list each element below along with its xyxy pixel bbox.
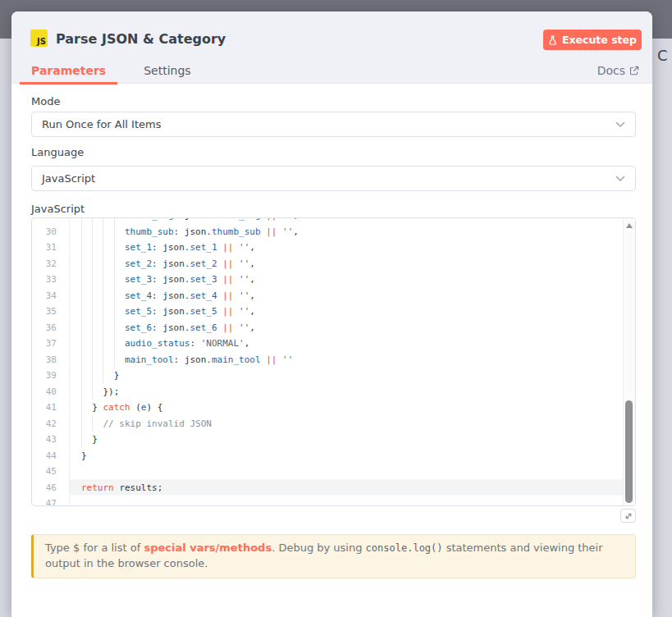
indent-guide <box>81 351 92 368</box>
indent-guide <box>114 319 125 336</box>
code-line: 39} <box>32 368 635 384</box>
docs-link[interactable]: Docs <box>597 57 639 84</box>
code-line: 42// skip invalid JSON <box>32 415 635 432</box>
hint-middle: . Debug by using <box>272 542 365 554</box>
language-field-label: Language <box>31 146 84 158</box>
special-vars-link[interactable]: special vars/methods <box>144 542 272 554</box>
indent-guide <box>92 383 103 400</box>
indent-guide <box>92 351 103 368</box>
indent-guide <box>81 287 92 304</box>
scrollbar-thumb[interactable] <box>625 400 633 503</box>
hint-prefix: Type $ for a list of <box>45 542 144 554</box>
code-line-content <box>70 496 635 506</box>
indent-guide <box>92 336 103 352</box>
editor-hint: Type $ for a list of special vars/method… <box>31 534 636 578</box>
code-line: 44} <box>32 447 635 464</box>
code-line: 41} catch (e) { <box>32 400 635 416</box>
line-number: 33 <box>32 272 70 288</box>
tab-settings[interactable]: Settings <box>132 57 202 84</box>
tab-parameters[interactable]: Parameters <box>20 57 117 84</box>
indent-guide <box>114 240 125 256</box>
code-lines: 29thumb_big: json.thumb_big || '',30thum… <box>32 218 635 505</box>
code-line: 40}); <box>32 383 635 400</box>
language-select-value: JavaScript <box>42 172 95 185</box>
indent-guide <box>81 272 92 288</box>
code-line-content: thumb_sub: json.thumb_sub || '', <box>70 223 635 240</box>
indent-guide <box>81 432 92 448</box>
indent-guide <box>81 368 92 384</box>
line-number: 44 <box>32 447 70 464</box>
execute-step-button[interactable]: Execute step <box>543 30 642 50</box>
line-number: 35 <box>32 304 70 320</box>
code-line: 47 <box>32 496 635 506</box>
indent-guide <box>92 368 103 384</box>
indent-guide <box>81 255 92 272</box>
indent-guide <box>114 304 125 320</box>
indent-guide <box>103 319 113 336</box>
line-number: 38 <box>32 351 70 368</box>
indent-guide <box>92 304 103 320</box>
javascript-node-icon: JS <box>30 30 48 47</box>
code-line: 43} <box>32 432 635 448</box>
indent-guide <box>81 415 92 432</box>
indent-guide <box>103 272 113 288</box>
code-line-content: set_5: json.set_5 || '', <box>70 304 635 320</box>
indent-guide <box>81 319 92 336</box>
scrollbar-up-arrow-icon[interactable] <box>626 223 633 228</box>
indent-guide <box>114 223 125 240</box>
code-line-content <box>70 464 635 480</box>
mode-select-value: Run Once for All Items <box>42 118 161 130</box>
code-line: 45 <box>32 464 635 480</box>
indent-guide <box>92 240 103 256</box>
line-number: 39 <box>32 368 70 384</box>
indent-guide <box>92 272 103 288</box>
code-editor[interactable]: 29thumb_big: json.thumb_big || '',30thum… <box>31 217 636 506</box>
indent-guide <box>103 255 113 272</box>
line-number: 42 <box>32 415 70 432</box>
code-line: 36set_6: json.set_6 || '', <box>32 319 635 336</box>
indent-guide <box>103 223 113 240</box>
indent-guide <box>103 304 113 320</box>
code-line: 46return results; <box>32 479 635 496</box>
code-line-content: } <box>70 447 635 464</box>
line-number: 40 <box>32 383 70 400</box>
indent-guide <box>92 415 103 432</box>
code-line-content: }); <box>70 383 635 400</box>
line-number: 36 <box>32 319 70 336</box>
indent-guide <box>114 255 125 272</box>
code-line-content: // skip invalid JSON <box>70 415 635 432</box>
code-line-content: return results; <box>70 479 635 496</box>
indent-guide <box>81 304 92 320</box>
background-partial-text: C <box>657 47 668 64</box>
editor-scrollbar[interactable] <box>623 218 635 505</box>
indent-guide <box>114 287 125 304</box>
resize-diagonal-icon <box>624 512 633 520</box>
page-background: C JS Parse JSON & Category Execute step … <box>0 0 672 617</box>
line-number: 47 <box>32 496 70 506</box>
line-number: 34 <box>32 287 70 304</box>
code-line-content: audio_status: 'NORMAL', <box>70 336 635 352</box>
line-number: 30 <box>32 223 70 240</box>
code-line: 31set_1: json.set_1 || '', <box>32 240 635 256</box>
code-line-content: main_tool: json.main_tool || '' <box>70 351 635 368</box>
code-line-content: set_4: json.set_4 || '', <box>70 287 635 304</box>
code-line-content: set_3: json.set_3 || '', <box>70 272 635 288</box>
code-scroll-area: 29thumb_big: json.thumb_big || '',30thum… <box>32 218 635 505</box>
indent-guide <box>92 255 103 272</box>
indent-guide <box>81 223 92 240</box>
line-number: 43 <box>32 432 70 448</box>
code-line: 37audio_status: 'NORMAL', <box>32 336 635 352</box>
language-select[interactable]: JavaScript <box>31 166 636 191</box>
indent-guide <box>114 336 125 352</box>
chevron-down-icon <box>615 121 625 128</box>
indent-guide <box>92 223 103 240</box>
code-line-content: } <box>70 368 635 384</box>
line-number: 46 <box>32 479 70 496</box>
indent-guide <box>81 400 92 416</box>
node-title: Parse JSON & Category <box>56 31 226 47</box>
code-line: 33set_3: json.set_3 || '', <box>32 272 635 288</box>
indent-guide <box>81 383 92 400</box>
mode-select[interactable]: Run Once for All Items <box>31 112 636 137</box>
editor-expand-button[interactable] <box>620 509 636 523</box>
line-number: 41 <box>32 400 70 416</box>
